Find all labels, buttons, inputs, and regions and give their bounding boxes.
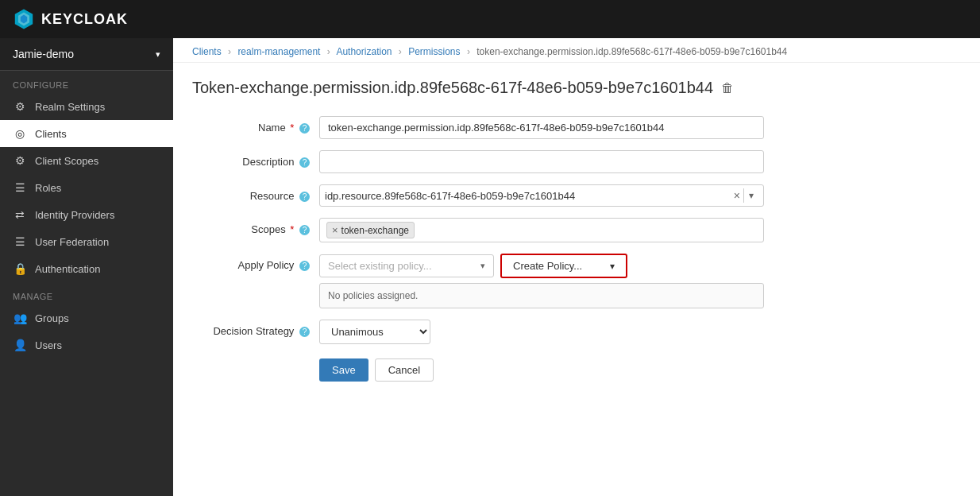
breadcrumb-realm-management[interactable]: realm-management (237, 46, 320, 57)
name-input[interactable] (319, 116, 764, 139)
create-policy-button-label: Create Policy... (513, 260, 582, 272)
authentication-icon: 🔒 (13, 262, 27, 275)
decision-strategy-control: Unanimous Affirmative Consensus (319, 320, 764, 344)
form-buttons: Save Cancel (192, 358, 961, 382)
sidebar-item-roles-label: Roles (35, 182, 61, 194)
breadcrumb-sep3: › (399, 46, 402, 57)
apply-policy-control: Select existing policy... ▾ Create Polic… (319, 254, 764, 308)
no-policies-text: No policies assigned. (319, 283, 764, 308)
name-info-icon[interactable]: ? (299, 123, 310, 134)
scopes-field: × token-exchange (319, 218, 764, 242)
navbar: KEYCLOAK (0, 0, 980, 38)
name-required-indicator: * (290, 122, 294, 134)
sidebar-item-client-scopes-label: Client Scopes (35, 155, 98, 167)
create-policy-chevron-icon: ▾ (610, 261, 615, 272)
page-title: Token-exchange.permission.idp.89fe568c-6… (192, 79, 961, 97)
resource-info-icon[interactable]: ? (299, 192, 310, 202)
scopes-info-icon[interactable]: ? (299, 225, 310, 235)
resource-value-text: idp.resource.89fe568c-617f-48e6-b059-b9e… (325, 190, 731, 202)
user-federation-icon: ☰ (13, 235, 27, 248)
apply-policy-row: Apply Policy ? Select existing policy...… (192, 254, 961, 308)
name-row: Name * ? (192, 116, 961, 139)
breadcrumb-current: token-exchange.permission.idp.89fe568c-6… (476, 46, 787, 57)
delete-icon[interactable]: 🗑 (721, 81, 734, 95)
scopes-required-indicator: * (290, 223, 294, 235)
content-area: Clients › realm-management › Authorizati… (173, 38, 980, 496)
description-row: Description ? (192, 150, 961, 173)
sidebar-item-users[interactable]: 👤 Users (0, 331, 173, 358)
breadcrumb-authorization[interactable]: Authorization (336, 46, 392, 57)
apply-policy-label: Apply Policy ? (192, 254, 319, 271)
select-existing-policy-dropdown[interactable]: Select existing policy... ▾ (319, 254, 494, 277)
brand-label: KEYCLOAK (41, 11, 128, 28)
save-button[interactable]: Save (319, 358, 368, 382)
sidebar-item-identity-providers[interactable]: ⇄ Identity Providers (0, 201, 173, 228)
select-policy-chevron-icon: ▾ (480, 261, 485, 271)
breadcrumb-permissions[interactable]: Permissions (408, 46, 460, 57)
scope-tag: × token-exchange (326, 222, 415, 238)
resource-clear-icon[interactable]: × (731, 189, 743, 202)
breadcrumb: Clients › realm-management › Authorizati… (173, 38, 980, 63)
scope-tag-label: token-exchange (341, 225, 409, 236)
groups-icon: 👥 (13, 312, 27, 324)
sidebar-item-groups[interactable]: 👥 Groups (0, 304, 173, 331)
description-label: Description ? (192, 150, 319, 168)
resource-row: Resource ? idp.resource.89fe568c-617f-48… (192, 184, 961, 207)
sidebar-item-realm-settings[interactable]: ⚙ Realm Settings (0, 93, 173, 120)
resource-field: idp.resource.89fe568c-617f-48e6-b059-b9e… (319, 184, 764, 207)
sidebar-item-identity-providers-label: Identity Providers (35, 209, 114, 221)
realm-selector[interactable]: Jamie-demo ▾ (0, 38, 173, 71)
resource-dropdown-icon[interactable]: ▾ (743, 188, 758, 203)
sidebar-item-client-scopes[interactable]: ⚙ Client Scopes (0, 147, 173, 174)
page-content: Token-exchange.permission.idp.89fe568c-6… (173, 63, 980, 397)
decision-strategy-label: Decision Strategy ? (192, 320, 319, 337)
sidebar-item-user-federation-label: User Federation (35, 236, 109, 248)
manage-section-label: Manage (0, 282, 173, 304)
main-layout: Jamie-demo ▾ Configure ⚙ Realm Settings … (0, 38, 980, 496)
sidebar-item-clients[interactable]: ◎ Clients (0, 120, 173, 147)
description-input[interactable] (319, 150, 764, 173)
resource-label: Resource ? (192, 184, 319, 202)
decision-strategy-row: Decision Strategy ? Unanimous Affirmativ… (192, 320, 961, 344)
client-scopes-icon: ⚙ (13, 154, 27, 167)
sidebar-item-authentication[interactable]: 🔒 Authentication (0, 255, 173, 282)
scopes-label: Scopes * ? (192, 218, 319, 235)
configure-section-label: Configure (0, 71, 173, 93)
page-title-text: Token-exchange.permission.idp.89fe568c-6… (192, 79, 713, 97)
create-policy-button[interactable]: Create Policy... ▾ (500, 254, 627, 278)
clients-icon: ◎ (13, 127, 27, 140)
sidebar-item-groups-label: Groups (35, 312, 69, 324)
sidebar-item-clients-label: Clients (35, 128, 67, 140)
keycloak-logo-icon (13, 8, 35, 30)
sidebar-item-roles[interactable]: ☰ Roles (0, 174, 173, 201)
scopes-row: Scopes * ? × token-exchange (192, 218, 961, 242)
decision-strategy-info-icon[interactable]: ? (299, 327, 310, 337)
name-label: Name * ? (192, 116, 319, 134)
decision-strategy-select[interactable]: Unanimous Affirmative Consensus (319, 320, 430, 344)
sidebar-item-authentication-label: Authentication (35, 263, 100, 275)
brand: KEYCLOAK (13, 8, 128, 30)
realm-name: Jamie-demo (13, 48, 74, 60)
scope-tag-remove-icon[interactable]: × (332, 224, 338, 236)
resource-control: idp.resource.89fe568c-617f-48e6-b059-b9e… (319, 184, 764, 207)
cancel-button[interactable]: Cancel (375, 358, 434, 382)
sidebar: Jamie-demo ▾ Configure ⚙ Realm Settings … (0, 38, 173, 496)
apply-policy-controls: Select existing policy... ▾ Create Polic… (319, 254, 764, 278)
permission-form: Name * ? Description ? (192, 116, 961, 382)
roles-icon: ☰ (13, 181, 27, 194)
description-info-icon[interactable]: ? (299, 157, 310, 168)
sidebar-item-realm-settings-label: Realm Settings (35, 101, 105, 113)
sidebar-item-user-federation[interactable]: ☰ User Federation (0, 228, 173, 255)
breadcrumb-clients[interactable]: Clients (192, 46, 222, 57)
sidebar-item-users-label: Users (35, 339, 62, 351)
description-control (319, 150, 764, 173)
breadcrumb-sep1: › (228, 46, 231, 57)
select-policy-placeholder: Select existing policy... (328, 260, 476, 272)
breadcrumb-sep4: › (467, 46, 470, 57)
realm-chevron-icon: ▾ (156, 49, 160, 60)
breadcrumb-sep2: › (327, 46, 330, 57)
realm-settings-icon: ⚙ (13, 100, 27, 113)
identity-providers-icon: ⇄ (13, 208, 27, 221)
name-control (319, 116, 764, 139)
apply-policy-info-icon[interactable]: ? (299, 261, 310, 271)
